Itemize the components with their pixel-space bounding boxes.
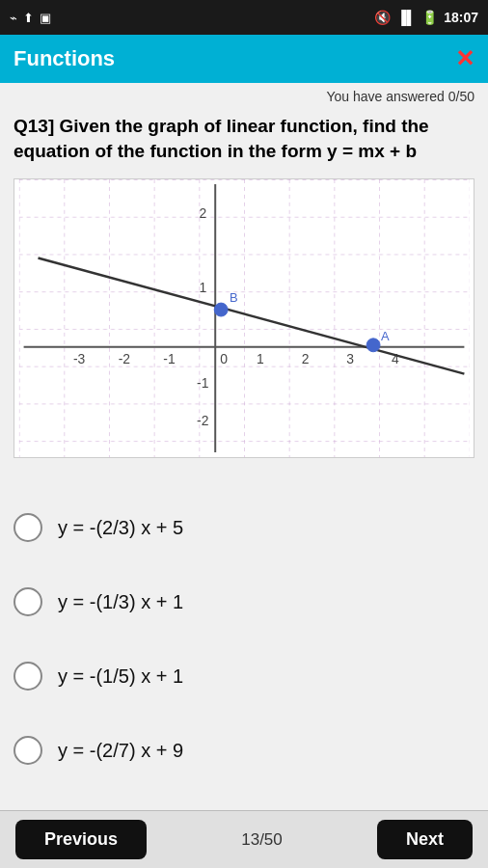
sim-icon: ▣	[40, 11, 51, 25]
status-bar: ⌁ ⬆ ▣ 🔇 ▐▌ 🔋 18:07	[0, 0, 488, 35]
bottom-bar: Previous 13/50 Next	[0, 810, 488, 868]
svg-text:B: B	[230, 290, 238, 305]
svg-text:-2: -2	[197, 414, 209, 429]
svg-text:4: 4	[392, 351, 399, 366]
graph-svg: -3 -2 -1 0 1 2 3 4 2 1 -1 -2	[14, 179, 474, 457]
svg-point-20	[214, 303, 228, 316]
time-display: 18:07	[444, 10, 478, 25]
graph-container: -3 -2 -1 0 1 2 3 4 2 1 -1 -2	[14, 178, 474, 458]
option-3-label: y = -(1/5) x + 1	[58, 665, 183, 688]
svg-text:-1: -1	[163, 351, 176, 366]
option-2[interactable]: y = -(1/3) x + 1	[14, 587, 474, 616]
radio-4[interactable]	[14, 736, 42, 765]
options-list: y = -(2/3) x + 5 y = -(1/3) x + 1 y = -(…	[0, 468, 488, 810]
svg-text:2: 2	[302, 351, 310, 366]
close-button[interactable]: ✕	[455, 47, 474, 70]
mute-icon: 🔇	[374, 10, 391, 25]
svg-text:2: 2	[199, 205, 206, 221]
upload-icon: ⬆	[23, 11, 34, 25]
option-1[interactable]: y = -(2/3) x + 5	[14, 513, 474, 542]
radio-2[interactable]	[14, 587, 42, 616]
svg-rect-4	[19, 179, 470, 457]
option-1-label: y = -(2/3) x + 5	[58, 517, 183, 539]
svg-text:-2: -2	[119, 351, 131, 366]
progress-text: You have answered 0/50	[0, 83, 488, 106]
svg-text:1: 1	[199, 280, 206, 295]
signal-icon: ▐▌	[396, 10, 416, 25]
app-title: Functions	[14, 46, 115, 71]
previous-button[interactable]: Previous	[15, 820, 147, 859]
next-button[interactable]: Next	[377, 820, 473, 859]
option-4-label: y = -(2/7) x + 9	[58, 740, 183, 762]
option-4[interactable]: y = -(2/7) x + 9	[14, 736, 474, 765]
option-2-label: y = -(1/3) x + 1	[58, 591, 183, 613]
status-icons: ⌁ ⬆ ▣	[10, 11, 51, 25]
svg-text:-3: -3	[73, 351, 86, 366]
usb-icon: ⌁	[10, 11, 17, 25]
radio-3[interactable]	[14, 662, 42, 691]
status-right: 🔇 ▐▌ 🔋 18:07	[374, 10, 478, 25]
option-3[interactable]: y = -(1/5) x + 1	[14, 662, 474, 691]
question-text: Q13] Given the graph of linear function,…	[0, 106, 488, 173]
page-indicator: 13/50	[241, 830, 283, 850]
radio-1[interactable]	[14, 513, 42, 542]
top-bar: Functions ✕	[0, 35, 488, 83]
svg-text:-1: -1	[197, 376, 209, 392]
svg-text:0: 0	[220, 351, 228, 366]
svg-point-22	[366, 339, 380, 352]
svg-text:A: A	[381, 329, 390, 343]
content-area: You have answered 0/50 Q13] Given the gr…	[0, 83, 488, 810]
battery-icon: 🔋	[421, 10, 438, 25]
svg-text:3: 3	[346, 351, 354, 366]
svg-text:1: 1	[257, 351, 264, 366]
